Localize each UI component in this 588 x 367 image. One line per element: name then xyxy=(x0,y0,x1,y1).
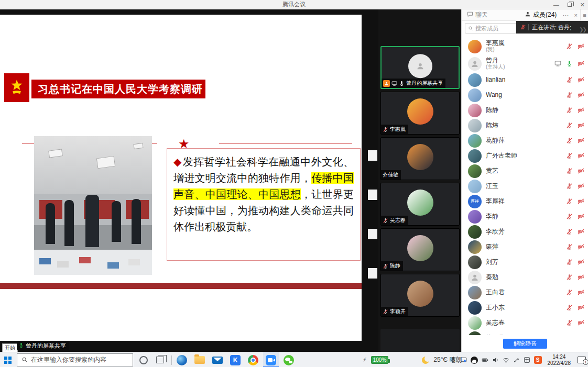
camera-muted-icon[interactable] xyxy=(578,274,584,281)
mic-muted-icon[interactable] xyxy=(566,289,573,296)
battery-indicator[interactable]: 100% xyxy=(371,356,389,364)
camera-muted-icon[interactable] xyxy=(578,289,584,296)
mic-muted-icon[interactable] xyxy=(566,76,573,83)
video-tile[interactable]: 李颖卉 xyxy=(380,274,460,317)
member-row[interactable]: 江玉 xyxy=(462,179,588,194)
camera-muted-icon[interactable] xyxy=(578,76,584,83)
tray-screen-icon[interactable] xyxy=(460,357,467,363)
mic-muted-icon[interactable] xyxy=(566,243,573,250)
member-row[interactable]: Wang xyxy=(462,87,588,103)
camera-muted-icon[interactable] xyxy=(578,137,584,144)
member-row[interactable]: 陈炜 xyxy=(462,118,588,133)
close-button[interactable]: ✕ xyxy=(580,0,585,9)
member-row[interactable]: 黄艺 xyxy=(462,163,588,179)
video-tile[interactable]: 李惠嵐 xyxy=(380,92,460,135)
restore-button[interactable] xyxy=(568,3,572,7)
task-view-icon[interactable] xyxy=(156,357,164,363)
member-row[interactable]: 葛静萍 xyxy=(462,133,588,148)
camera-muted-icon[interactable] xyxy=(578,92,584,98)
cortana-icon[interactable] xyxy=(139,356,148,364)
mic-muted-icon[interactable] xyxy=(566,213,573,220)
camera-muted-icon[interactable] xyxy=(578,107,584,114)
member-row[interactable]: 李静 xyxy=(462,209,588,224)
video-tile[interactable]: 陈静 xyxy=(380,228,460,271)
tray-volume-icon[interactable] xyxy=(492,357,499,363)
camera-muted-icon[interactable] xyxy=(578,168,584,174)
member-row[interactable]: 王小东 xyxy=(462,300,588,315)
camera-muted-icon[interactable] xyxy=(578,228,584,235)
tray-mic-icon[interactable] xyxy=(450,357,456,363)
member-row[interactable]: 陈静 xyxy=(462,103,588,118)
notification-center-icon[interactable]: 1 xyxy=(578,357,586,363)
taskbar-app-file-explorer[interactable] xyxy=(192,352,208,367)
camera-muted-icon[interactable] xyxy=(578,43,584,50)
mic-muted-icon[interactable] xyxy=(566,259,573,265)
tab-chat[interactable]: 聊天 xyxy=(464,9,491,21)
panel-close-button[interactable]: × xyxy=(572,12,580,18)
camera-muted-icon[interactable] xyxy=(578,183,584,190)
member-row[interactable]: lianlian xyxy=(462,72,588,87)
taskbar-app-tencent-meeting[interactable] xyxy=(263,352,279,367)
video-tile[interactable]: 吴志春 xyxy=(380,183,460,226)
member-row[interactable]: 徐翠仪 xyxy=(462,330,588,335)
start-button[interactable] xyxy=(0,352,16,367)
minimize-button[interactable]: — xyxy=(553,0,559,9)
video-tile[interactable]: 曾丹的屏幕共享 xyxy=(380,46,460,89)
member-row[interactable]: 曾丹(主持人) xyxy=(462,55,588,72)
unmute-button[interactable]: 解除静音 xyxy=(503,339,547,349)
mic-muted-icon[interactable] xyxy=(566,137,573,144)
member-row[interactable]: 李惠嵐(我) xyxy=(462,38,588,55)
mic-muted-icon[interactable] xyxy=(566,152,573,159)
member-row[interactable]: 秦勊 xyxy=(462,270,588,285)
tray-battery-icon[interactable] xyxy=(482,357,488,363)
tray-tool-icon[interactable] xyxy=(513,357,520,363)
mic-muted-icon[interactable] xyxy=(566,319,573,326)
mic-muted-icon[interactable] xyxy=(566,274,573,281)
mic-muted-icon[interactable] xyxy=(566,122,573,129)
mic-on-icon[interactable] xyxy=(566,60,573,67)
mic-muted-icon[interactable] xyxy=(566,304,573,311)
tab-members[interactable]: 成员(24) xyxy=(521,9,560,21)
taskbar-app-chrome[interactable] xyxy=(245,352,261,367)
camera-muted-icon[interactable] xyxy=(578,243,584,250)
camera-muted-icon[interactable] xyxy=(578,319,584,326)
mic-muted-icon[interactable] xyxy=(566,43,573,50)
mic-muted-icon[interactable] xyxy=(566,168,573,174)
camera-muted-icon[interactable] xyxy=(578,60,584,67)
taskbar-clock[interactable]: 14:24 2022/4/28 xyxy=(548,354,571,366)
taskbar-app-mail[interactable] xyxy=(210,352,225,367)
taskbar-search-input[interactable]: 在这里输入你要搜索的内容 xyxy=(17,353,133,366)
video-tile-name: 李颖卉 xyxy=(390,308,406,315)
tray-ime-icon[interactable] xyxy=(524,357,530,363)
member-row[interactable]: 广外古老师 xyxy=(462,148,588,163)
member-name: Wang xyxy=(486,92,566,98)
panel-menu-button[interactable]: ≡ xyxy=(580,9,588,21)
member-row[interactable]: 王向君 xyxy=(462,285,588,300)
tray-sogou-icon[interactable]: S xyxy=(534,356,542,364)
member-row[interactable]: 厚祥李厚祥 xyxy=(462,194,588,209)
member-row[interactable]: 李欣芳 xyxy=(462,224,588,239)
taskbar-app-edge[interactable] xyxy=(174,352,190,367)
camera-muted-icon[interactable] xyxy=(578,213,584,220)
camera-muted-icon[interactable] xyxy=(578,304,584,311)
tray-expand-chevron[interactable]: ^ xyxy=(443,357,445,363)
video-tile[interactable]: 齐佳敏 xyxy=(380,137,460,180)
member-search-input[interactable]: 搜索成员 xyxy=(465,23,516,34)
camera-muted-icon[interactable] xyxy=(578,122,584,129)
mic-muted-icon[interactable] xyxy=(566,183,573,190)
camera-muted-icon[interactable] xyxy=(578,259,584,265)
member-row[interactable]: 吴志春 xyxy=(462,315,588,330)
mic-muted-icon[interactable] xyxy=(566,107,573,114)
mic-muted-icon[interactable] xyxy=(566,92,573,98)
taskbar-app-k-docs[interactable]: K xyxy=(227,352,243,367)
camera-muted-icon[interactable] xyxy=(578,152,584,159)
taskbar-app-wechat[interactable] xyxy=(281,352,297,367)
member-row[interactable]: 栗萍 xyxy=(462,239,588,254)
member-row[interactable]: 刘芳 xyxy=(462,254,588,270)
mic-muted-icon[interactable] xyxy=(566,198,573,205)
camera-muted-icon[interactable] xyxy=(578,198,584,205)
more-options-button[interactable]: ··· xyxy=(560,12,572,19)
tray-wifi-icon[interactable] xyxy=(503,357,509,363)
tray-qq-icon[interactable] xyxy=(471,357,478,364)
mic-muted-icon[interactable] xyxy=(566,228,573,235)
